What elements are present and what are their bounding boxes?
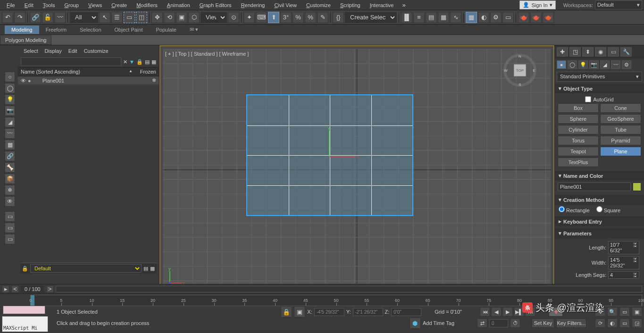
transform-gizmo[interactable]: x y	[329, 133, 362, 166]
filter-frozen-icon[interactable]: ❄	[5, 185, 15, 195]
type-plane-button[interactable]: Plane	[600, 147, 641, 156]
sign-in-button[interactable]: 👤 Sign In ▾	[519, 0, 555, 9]
rollout-object-type[interactable]: ▾Object Type	[555, 83, 644, 93]
object-name-input[interactable]	[558, 183, 631, 191]
type-pyramid-button[interactable]: Pyramid	[600, 136, 641, 145]
lock-icon[interactable]: 🔒	[22, 266, 28, 272]
coord-z-input[interactable]: 0'0"	[391, 308, 421, 316]
track-end-button[interactable]: >	[46, 285, 54, 293]
bind-space-warp-button[interactable]: 〰	[54, 12, 66, 23]
align-button[interactable]: ≡	[413, 12, 425, 23]
edit-named-sel-button[interactable]: ✎	[317, 12, 328, 23]
menu-tools[interactable]: Tools	[38, 1, 60, 9]
expand-track-icon[interactable]: ▸	[2, 285, 9, 293]
ribbon-tab-freeform[interactable]: Freeform	[39, 25, 74, 34]
ribbon-tab-object-paint[interactable]: Object Paint	[108, 25, 150, 34]
cp-hierarchy-tab[interactable]: ⬍	[582, 47, 594, 57]
redo-button[interactable]: ↷	[14, 12, 25, 23]
cp-utilities-tab[interactable]: 🔧	[620, 47, 632, 57]
add-time-tag[interactable]: Add Time Tag	[423, 320, 454, 326]
window-crossing-button[interactable]: ◫	[136, 12, 147, 23]
ribbon-tab-selection[interactable]: Selection	[73, 25, 108, 34]
rollout-keyboard-entry[interactable]: ▸Keyboard Entry	[555, 216, 644, 226]
nav-walk-button[interactable]: ◐	[607, 318, 618, 328]
menu-civil-view[interactable]: Civil View	[269, 1, 301, 9]
filter-icon[interactable]: ▼	[129, 59, 134, 65]
menu-rendering[interactable]: Rendering	[236, 1, 270, 9]
visibility-icon[interactable]: 👁	[21, 78, 26, 83]
nav-max-button[interactable]: ▭	[619, 318, 630, 328]
prev-frame-button[interactable]: ◀	[491, 307, 502, 316]
cp-geometry-icon[interactable]: ●	[557, 60, 566, 69]
layer-props-icon[interactable]: ▦	[150, 266, 155, 272]
ribbon-mail-icon[interactable]: ✉ ▾	[183, 25, 205, 34]
ref-coord-select[interactable]: View	[201, 12, 227, 23]
unlink-button[interactable]: 🔓	[42, 12, 53, 23]
se-search-input[interactable]	[21, 58, 121, 66]
ribbon-panel-polygon-modeling[interactable]: Polygon Modeling	[0, 35, 51, 45]
render-active-button[interactable]: 🫖	[543, 12, 554, 23]
view-grid-icon[interactable]: ▦	[151, 59, 156, 65]
play-button[interactable]: ▶	[502, 307, 513, 316]
mirror-button[interactable]: ▐▌	[401, 12, 412, 23]
filter-lights-icon[interactable]: 💡	[5, 94, 15, 105]
cp-modify-tab[interactable]: ◳	[569, 47, 581, 57]
type-torus-button[interactable]: Torus	[558, 136, 599, 145]
nav-minmax-button[interactable]: ◲	[632, 318, 642, 328]
menu-views[interactable]: Views	[84, 1, 107, 9]
angle-snap-button[interactable]: 3°	[280, 12, 292, 23]
rollout-creation-method[interactable]: ▾Creation Method	[555, 195, 644, 205]
menu-graph-editors[interactable]: Graph Editors	[195, 1, 236, 9]
param-length-input[interactable]: 10'7 6/32"▴▾	[608, 241, 639, 254]
se-tab-customize[interactable]: Customize	[84, 48, 109, 54]
primitive-category-select[interactable]: Standard Primitives▾	[557, 72, 642, 82]
type-tube-button[interactable]: Tube	[600, 125, 641, 134]
material-editor-button[interactable]: ◐	[478, 12, 489, 23]
key-mode-button[interactable]: ⇄	[477, 318, 487, 328]
select-object-button[interactable]: ↖	[99, 12, 110, 23]
lock-selection-icon[interactable]: 🔒	[281, 306, 292, 317]
se-tab-select[interactable]: Select	[24, 48, 38, 54]
selection-filter-select[interactable]: All	[70, 12, 98, 23]
menu-interactive[interactable]: Interactive	[365, 1, 399, 9]
snap-toggle-button[interactable]: ⬆	[268, 12, 279, 23]
menu-animation[interactable]: Animation	[162, 1, 195, 9]
filter-container-icon[interactable]: 📦	[5, 174, 15, 184]
menu-group[interactable]: Group	[59, 1, 84, 9]
filter-cameras-icon[interactable]: 📷	[5, 106, 15, 116]
type-textplus-button[interactable]: TextPlus	[558, 158, 599, 167]
cp-helpers-icon[interactable]: ◢	[600, 60, 610, 69]
nav-orbit-button[interactable]: ⟳	[595, 318, 605, 328]
menu-edit[interactable]: Edit	[20, 1, 38, 9]
menu-scripting[interactable]: Scripting	[335, 1, 365, 9]
se-tab-display[interactable]: Display	[45, 48, 62, 54]
render-frame-button[interactable]: ▭	[502, 12, 514, 23]
param-width-input[interactable]: 14'5 29/32"▴▾	[608, 256, 639, 269]
use-pivot-button[interactable]: ⊙	[228, 12, 239, 23]
spinner-snap-button[interactable]: %	[305, 12, 316, 23]
set-key-button[interactable]: Set Key	[532, 318, 554, 328]
object-color-swatch[interactable]	[633, 183, 641, 191]
layer-icon[interactable]: ▤	[143, 266, 148, 272]
time-tag-icon[interactable]: ⬢	[410, 317, 421, 329]
track-start-button[interactable]: <	[11, 285, 19, 293]
manipulate-button[interactable]: ✦	[243, 12, 255, 23]
radio-square[interactable]: Square	[596, 206, 621, 213]
se-tab-edit[interactable]: Edit	[68, 48, 77, 54]
viewport-label[interactable]: [ + ] [ Top ] [ Standard ] [ Wireframe ]	[165, 51, 249, 57]
frozen-cell[interactable]: ❄	[152, 77, 156, 83]
rect-region-button[interactable]: ▭	[124, 12, 135, 23]
named-sel-select[interactable]: Create Selection Se	[345, 12, 397, 23]
cp-motion-tab[interactable]: ◉	[595, 47, 606, 57]
track-slider[interactable]	[56, 286, 642, 292]
layers-button[interactable]: ▤	[426, 12, 437, 23]
workspaces-select[interactable]: Default ▾	[595, 0, 642, 9]
schematic-view-button[interactable]: ▦	[466, 12, 477, 23]
filter-all-icon[interactable]: ▭	[5, 223, 15, 233]
type-teapot-button[interactable]: Teapot	[558, 147, 599, 156]
cp-create-tab[interactable]: ✚	[557, 47, 568, 57]
menu-create[interactable]: Create	[107, 1, 132, 9]
render-setup-button[interactable]: ⚙	[490, 12, 502, 23]
goto-start-button[interactable]: ⏮	[480, 307, 490, 316]
cp-shapes-icon[interactable]: ◯	[568, 60, 577, 69]
